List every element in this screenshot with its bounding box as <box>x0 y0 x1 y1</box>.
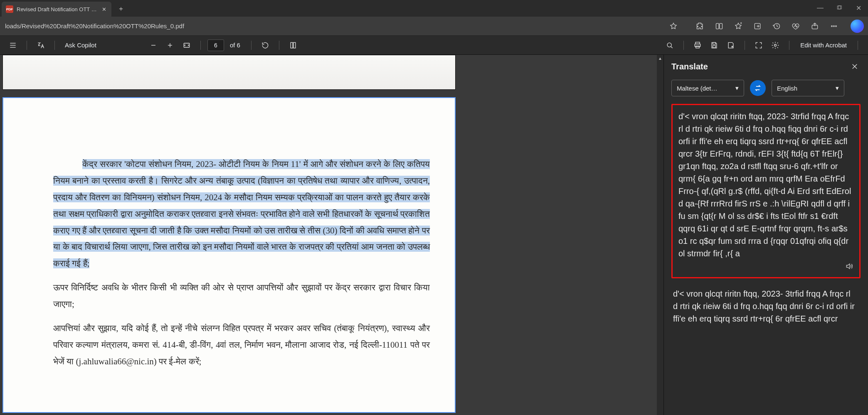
zoom-out-button[interactable] <box>146 38 160 52</box>
maximize-button[interactable] <box>830 0 849 16</box>
paragraph-3[interactable]: आपत्तियां और सुझाव, यदि कोई हैं, तो इन्ह… <box>53 320 430 370</box>
share-icon[interactable] <box>806 18 823 34</box>
source-language-select[interactable]: Maltese (det… ▾ <box>671 80 744 96</box>
scroll-up-icon[interactable]: ▲ <box>657 55 663 61</box>
previous-page-sliver <box>2 55 456 90</box>
translation-result-primary: d'< vron qlcqt riritn ftqq, 2023- 3trfid… <box>671 104 861 278</box>
tab-title: Revised Draft Notification OTT Ru <box>17 6 97 12</box>
save-as-icon[interactable] <box>724 38 738 52</box>
print-icon[interactable] <box>690 38 705 52</box>
svg-point-23 <box>667 43 671 47</box>
save-icon[interactable] <box>707 38 721 52</box>
read-aloud-button[interactable] <box>845 261 853 274</box>
copilot-icon[interactable] <box>851 20 864 33</box>
health-icon[interactable] <box>787 18 804 34</box>
find-icon[interactable] <box>663 38 677 52</box>
favorites-icon[interactable] <box>730 18 747 34</box>
window-controls: ― ✕ <box>811 0 868 16</box>
svg-rect-22 <box>293 42 296 48</box>
minimize-button[interactable]: ― <box>811 0 830 16</box>
svg-point-11 <box>831 25 833 27</box>
svg-rect-29 <box>713 45 716 47</box>
close-window-button[interactable]: ✕ <box>849 0 868 16</box>
svg-rect-2 <box>716 23 719 29</box>
svg-rect-0 <box>837 6 841 9</box>
fullscreen-icon[interactable] <box>752 38 766 52</box>
pdf-viewer[interactable]: केंद्र सरकार 'कोटपा संशोधन नियम, 2023- ओ… <box>0 55 663 415</box>
svg-rect-3 <box>720 23 723 29</box>
more-icon[interactable] <box>826 18 842 34</box>
pdf-file-icon: PDF <box>6 5 13 13</box>
chevron-down-icon: ▾ <box>836 84 839 92</box>
new-tab-button[interactable]: ＋ <box>115 2 127 15</box>
page-number-input[interactable] <box>207 39 224 51</box>
svg-rect-27 <box>696 46 699 48</box>
translation-result-secondary: d'< vron qlcqt riritn ftqq, 2023- 3trfid… <box>671 286 861 325</box>
fit-page-icon[interactable] <box>180 38 194 52</box>
extensions-icon[interactable] <box>692 18 708 34</box>
settings-gear-icon[interactable] <box>768 38 782 52</box>
source-language-label: Maltese (det… <box>677 85 718 92</box>
svg-line-24 <box>671 46 673 48</box>
url-field[interactable]: loads/Revised%20Draft%20Notification%20O… <box>2 21 663 31</box>
titlebar: PDF Revised Draft Notification OTT Ru ✕ … <box>0 0 868 17</box>
translation-text-1[interactable]: d'< vron qlcqt riritn ftqq, 2023- 3trfid… <box>678 112 851 258</box>
pdf-page[interactable]: केंद्र सरकार 'कोटपा संशोधन नियम, 2023- ओ… <box>2 97 456 413</box>
paragraph-2[interactable]: ऊपर विनिर्दिष्ट अवधि के भीतर किसी भी व्य… <box>53 280 430 313</box>
swap-languages-button[interactable] <box>750 80 766 96</box>
browser-tab[interactable]: PDF Revised Draft Notification OTT Ru ✕ <box>2 2 111 17</box>
zoom-in-button[interactable] <box>163 38 177 52</box>
favorite-star-icon[interactable] <box>665 18 682 34</box>
translate-title: Translate <box>671 62 708 71</box>
svg-point-12 <box>833 25 835 27</box>
svg-rect-28 <box>713 42 716 44</box>
close-panel-button[interactable] <box>849 61 861 72</box>
target-language-select[interactable]: English ▾ <box>772 80 844 96</box>
chevron-down-icon: ▾ <box>735 84 739 92</box>
pdf-toolbar: Ask Copilot of 6 Edit with Acrobat <box>0 36 868 55</box>
collections-icon[interactable] <box>749 18 766 34</box>
edit-with-acrobat-button[interactable]: Edit with Acrobat <box>796 42 851 49</box>
paragraph-highlighted[interactable]: केंद्र सरकार 'कोटपा संशोधन नियम, 2023- ओ… <box>53 156 430 272</box>
translate-icon[interactable] <box>34 38 48 52</box>
ask-copilot-button[interactable]: Ask Copilot <box>62 42 100 49</box>
close-tab-icon[interactable]: ✕ <box>101 6 107 12</box>
page-total-label: of 6 <box>230 42 240 49</box>
language-row: Maltese (det… ▾ English ▾ <box>671 80 861 96</box>
target-language-label: English <box>777 85 797 92</box>
svg-point-30 <box>774 44 777 46</box>
page-view-icon[interactable] <box>286 38 300 52</box>
main-area: केंद्र सरकार 'कोटपा संशोधन नियम, 2023- ओ… <box>0 55 868 415</box>
address-toolbar: loads/Revised%20Draft%20Notification%20O… <box>0 17 868 36</box>
svg-rect-21 <box>291 42 293 48</box>
translate-panel: Translate Maltese (det… ▾ English ▾ d'< … <box>663 55 868 415</box>
history-icon[interactable] <box>768 18 785 34</box>
translation-text-2[interactable]: d'< vron qlcqt riritn ftqq, 2023- 3trfid… <box>673 289 855 323</box>
svg-point-13 <box>836 25 837 27</box>
rotate-icon[interactable] <box>258 38 272 52</box>
svg-rect-1 <box>838 6 841 9</box>
vertical-scrollbar[interactable]: ▲ <box>657 55 663 415</box>
split-screen-icon[interactable] <box>711 18 727 34</box>
toc-icon[interactable] <box>6 38 20 52</box>
